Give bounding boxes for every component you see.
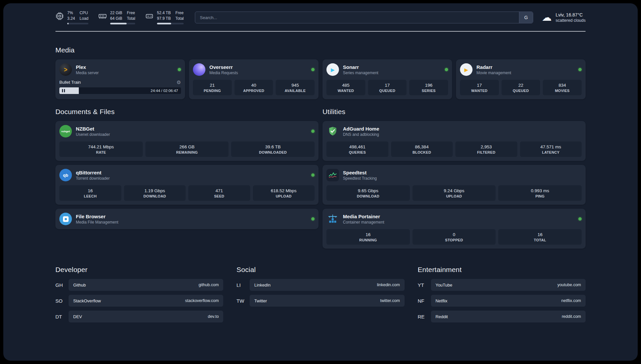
stat-tile: 16LEECH <box>59 185 121 201</box>
bookmark-abbr: SO <box>55 298 69 304</box>
memory-icon <box>98 12 107 20</box>
sonarr-icon: ▶ <box>326 63 339 76</box>
bookmark-link-netflix[interactable]: Netflix netflix.com <box>431 295 586 307</box>
speedtest-title: Speedtest <box>343 170 377 175</box>
section-title-entertainment: Entertainment <box>418 266 586 274</box>
bookmark-link-youtube[interactable]: YouTube youtube.com <box>431 279 586 291</box>
bookmark-abbr: LI <box>236 282 250 288</box>
overseerr-title: Overseerr <box>209 64 238 70</box>
qbittorrent-icon: qb <box>59 169 72 181</box>
bookmark-row: SO StackOverflow stackoverflow.com <box>55 295 223 307</box>
plex-subtitle: Media server <box>76 71 99 75</box>
disk-widget: 52.4 TB 97.9 TB Free Total <box>145 11 184 24</box>
stat-tile: 86,384BLOCKED <box>391 141 453 157</box>
search-input[interactable] <box>195 12 519 23</box>
stat-tile: 17WANTED <box>460 80 499 95</box>
plex-status-dot <box>178 68 181 71</box>
card-filebrowser[interactable]: File Browser Media File Management <box>55 209 319 229</box>
stat-tile: 17QUEUED <box>368 80 407 95</box>
card-overseerr[interactable]: Overseerr Media Requests 21PENDING 40APP… <box>189 59 319 99</box>
bookmark-row: GH Github github.com <box>55 279 223 291</box>
gear-icon[interactable]: ⚙ <box>177 80 181 85</box>
radarr-subtitle: Movie management <box>476 71 511 75</box>
stat-tile: 834MOVIES <box>543 80 582 95</box>
stat-tile: 266 GBREMAINING <box>145 141 229 157</box>
nzbget-title: NZBGet <box>76 126 110 132</box>
ram-progress-bar <box>110 23 135 24</box>
ram-widget: 22 GiB 64 GiB Free Total <box>98 11 135 24</box>
bookmark-row: TW Twitter twitter.com <box>236 295 404 307</box>
overseerr-icon <box>193 63 205 76</box>
stat-tile: 16TOTAL <box>498 229 582 245</box>
stat-tile: 1.19 GbpsDOWNLOAD <box>124 185 186 201</box>
stat-tile: 16RUNNING <box>326 229 410 245</box>
plex-title: Plex <box>76 64 99 70</box>
card-radarr[interactable]: ▶ Radarr Movie management 17WANTED 22QUE… <box>456 59 586 99</box>
qbittorrent-title: qBittorrent <box>76 170 110 175</box>
card-adguard[interactable]: AdGuard Home DNS and adblocking 498,461Q… <box>322 121 586 161</box>
nzbget-icon: nzbget <box>59 125 72 137</box>
ram-total-value: 64 GiB <box>110 16 122 21</box>
card-portainer[interactable]: Media Portainer Container management 16R… <box>322 209 586 249</box>
portainer-subtitle: Container management <box>343 220 384 225</box>
disk-total-value: 97.9 TB <box>157 16 171 21</box>
sonarr-status-dot <box>445 68 448 71</box>
bookmark-row: DT DEV dev.to <box>55 311 223 322</box>
disk-free-value: 52.4 TB <box>157 11 171 15</box>
cpu-percent: 7% <box>67 11 75 15</box>
stat-tile: 618.52 MbpsUPLOAD <box>253 185 315 201</box>
header-divider <box>55 31 586 32</box>
top-bar: 7% 3.24 CPU Load <box>55 11 586 24</box>
weather-condition: scattered clouds <box>556 18 586 23</box>
ram-free-label: Free <box>127 11 135 15</box>
search-engine-button[interactable]: G <box>519 12 533 23</box>
section-media: Media > Plex Media server Bullet Train ⚙ <box>55 46 586 99</box>
cpu-progress-bar <box>67 23 88 24</box>
adguard-title: AdGuard Home <box>343 126 379 132</box>
pause-button[interactable] <box>62 89 65 92</box>
bookmark-link-stackoverflow[interactable]: StackOverflow stackoverflow.com <box>69 295 223 307</box>
bookmark-abbr: DT <box>55 314 69 319</box>
bookmark-link-twitter[interactable]: Twitter twitter.com <box>250 295 404 307</box>
radarr-title: Radarr <box>476 64 511 70</box>
card-speedtest[interactable]: Speedtest Speedtest Tracking 9.65 GbpsDO… <box>322 165 586 205</box>
cpu-widget: 7% 3.24 CPU Load <box>55 11 88 24</box>
portainer-status-dot <box>578 217 582 221</box>
card-sonarr[interactable]: ▶ Sonarr Series management 485WANTED 17Q… <box>322 59 452 99</box>
bookmarks-developer: Developer GH Github github.com SO StackO… <box>55 266 223 322</box>
stat-tile: 40APPROVED <box>234 80 273 95</box>
bookmark-link-github[interactable]: Github github.com <box>69 279 223 291</box>
card-nzbget[interactable]: nzbget NZBGet Usenet downloader 744.21 M… <box>55 121 319 161</box>
speedtest-chart-icon <box>326 169 339 181</box>
bookmarks-entertainment: Entertainment YT YouTube youtube.com NF … <box>418 266 586 322</box>
speedtest-subtitle: Speedtest Tracking <box>343 176 377 181</box>
stat-tile: 2,953FILTERED <box>455 141 517 157</box>
cpu-label: CPU <box>79 11 88 15</box>
bookmark-link-linkedin[interactable]: LinkedIn linkedin.com <box>250 279 404 291</box>
disk-total-label: Total <box>175 16 184 21</box>
section-title-documents: Documents & Files <box>55 108 319 116</box>
bookmark-link-reddit[interactable]: Reddit reddit.com <box>431 311 586 322</box>
playback-time: 24:44 / 02:06:47 <box>151 89 178 93</box>
section-title-media: Media <box>55 46 586 54</box>
card-qbittorrent[interactable]: qb qBittorrent Torrent downloader 16LEEC… <box>55 165 319 205</box>
section-title-social: Social <box>236 266 404 274</box>
section-utilities: Utilities AdGuard Home <box>322 108 586 249</box>
nzbget-subtitle: Usenet downloader <box>76 132 110 137</box>
adguard-shield-icon <box>326 125 339 137</box>
portainer-title: Media Portainer <box>343 214 384 219</box>
bookmark-abbr: RE <box>418 314 431 319</box>
system-resources: 7% 3.24 CPU Load <box>55 11 184 24</box>
stat-tile: 485WANTED <box>326 80 365 95</box>
weather-widget[interactable]: ☁ Lviv, 16.87°C scattered clouds <box>542 12 586 23</box>
stat-tile: 9.24 GbpsUPLOAD <box>412 185 496 201</box>
card-plex[interactable]: > Plex Media server Bullet Train ⚙ 24:44… <box>55 59 185 99</box>
playback-progress-bar[interactable]: 24:44 / 02:06:47 <box>59 87 181 94</box>
bookmark-link-dev[interactable]: DEV dev.to <box>69 311 223 322</box>
portainer-crane-icon <box>326 213 339 225</box>
stat-tile: 0STOPPED <box>412 229 496 245</box>
dashboard: 7% 3.24 CPU Load <box>3 3 638 361</box>
overseerr-status-dot <box>311 68 315 71</box>
stat-tile: 498,461QUERIES <box>326 141 388 157</box>
nzbget-status-dot <box>311 130 315 133</box>
